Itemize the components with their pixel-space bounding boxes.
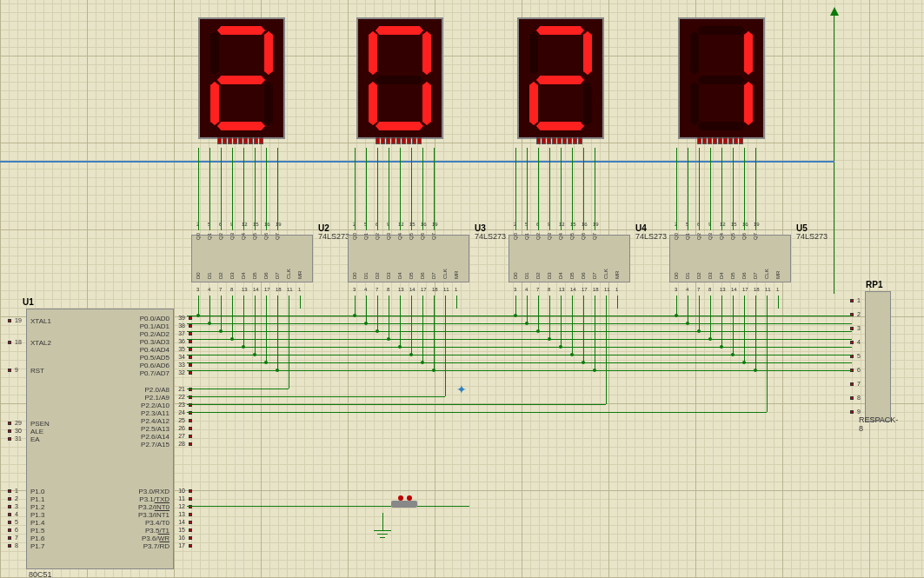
wire-clk bbox=[187, 404, 606, 405]
push-button[interactable] bbox=[391, 501, 417, 511]
junction-dot bbox=[264, 361, 268, 364]
pin-terminal bbox=[8, 521, 11, 524]
latch-pin-label: Q5 bbox=[409, 233, 414, 240]
latch-pin-num: 15 bbox=[253, 222, 259, 227]
latch-pin-num: 1 bbox=[615, 287, 618, 292]
mcu-pin-label: P0.0/AD0 bbox=[140, 315, 170, 322]
respack-rp1[interactable]: RP1 RESPACK-8 123456789 bbox=[865, 291, 891, 422]
pin-terminal bbox=[8, 536, 11, 540]
latch-pin-label: Q3 bbox=[547, 233, 552, 240]
pin-terminal bbox=[189, 528, 192, 532]
wire-q-to-seg bbox=[676, 148, 677, 230]
wire-q-to-seg bbox=[561, 148, 562, 230]
latch-pin-label: D1 bbox=[207, 272, 212, 279]
latch-pin-num: 14 bbox=[253, 287, 259, 292]
latch-pin-label: D2 bbox=[218, 272, 223, 279]
wire-q-to-seg bbox=[710, 148, 711, 230]
latch-pin-num: 11 bbox=[443, 287, 449, 292]
mcu-pin-label: P2.7/A15 bbox=[141, 441, 170, 448]
pin-terminal bbox=[189, 316, 192, 320]
latch-pin-label: D3 bbox=[229, 272, 235, 279]
mcu-pin-num: 37 bbox=[178, 330, 185, 336]
wire-d-drop bbox=[422, 296, 423, 362]
mcu-pin-num: 24 bbox=[178, 409, 185, 415]
pin-terminal bbox=[850, 341, 854, 344]
latch-pin-label: Q1 bbox=[363, 233, 369, 240]
mcu-pin-label: P3.3/INT1 bbox=[138, 511, 170, 519]
wire-q-to-seg bbox=[744, 148, 745, 230]
latch-pin-label: MR bbox=[297, 271, 302, 279]
latch-pin-label: CLK bbox=[764, 269, 769, 279]
mcu-pin-num: 6 bbox=[15, 527, 18, 533]
latch-pin-label: Q5 bbox=[569, 233, 575, 240]
junction-dot bbox=[376, 329, 379, 333]
junction-dot bbox=[548, 337, 551, 341]
latch-pin-label: Q2 bbox=[218, 233, 223, 240]
junction-dot bbox=[230, 337, 234, 341]
latch-pin-label: D2 bbox=[696, 272, 701, 279]
latch-pin-label: Q3 bbox=[708, 233, 713, 240]
pin-terminal bbox=[189, 435, 192, 438]
latch-pin-num: 19 bbox=[432, 222, 438, 227]
wire-data-bus bbox=[187, 347, 852, 348]
pin-terminal bbox=[189, 442, 192, 446]
latch-pin-label: Q4 bbox=[241, 233, 246, 240]
wire-data-bus bbox=[187, 370, 852, 371]
pin-terminal bbox=[8, 505, 11, 508]
mcu-pin-num: 25 bbox=[178, 417, 185, 423]
pin-terminal bbox=[8, 528, 11, 532]
mcu-pin-num: 17 bbox=[178, 542, 185, 548]
mcu-pin-num: 28 bbox=[178, 441, 185, 447]
wire-d-drop bbox=[198, 296, 199, 316]
wire-d-drop bbox=[277, 296, 278, 370]
wire-d-drop bbox=[549, 296, 550, 339]
latch-pin-label: D0 bbox=[513, 272, 518, 279]
junction-dot bbox=[593, 369, 596, 372]
mcu-pin-num: 22 bbox=[178, 394, 185, 400]
mcu-pin-num: 12 bbox=[178, 503, 185, 509]
wire-clk-up bbox=[445, 296, 446, 396]
mcu-80c51[interactable]: U1 80C51 19XTAL118XTAL29RST29PSEN30ALE31… bbox=[26, 309, 174, 569]
latch-pin-label: Q6 bbox=[420, 233, 425, 240]
wire-d-drop bbox=[266, 296, 267, 362]
respack-pin-num: 9 bbox=[857, 409, 861, 415]
latch-pin-num: 17 bbox=[582, 287, 588, 292]
latch-pin-label: Q0 bbox=[513, 233, 518, 240]
mcu-pin-label: P1.2 bbox=[30, 503, 44, 511]
latch-pin-label: D6 bbox=[263, 272, 269, 279]
wire-q-to-seg bbox=[221, 148, 222, 230]
latch-pin-label: D3 bbox=[708, 272, 713, 279]
wire-q-to-seg bbox=[721, 148, 722, 230]
latch-pin-label: Q4 bbox=[719, 233, 724, 240]
mcu-pin-num: 2 bbox=[15, 495, 18, 502]
wire-clk bbox=[187, 412, 767, 413]
mcu-pin-label: P1.5 bbox=[30, 527, 44, 535]
latch-pin-label: D5 bbox=[569, 272, 575, 279]
latch-pin-num: 11 bbox=[604, 287, 610, 292]
mcu-pin-label: P1.3 bbox=[30, 511, 44, 519]
mcu-pin-label: P3.6/WR bbox=[142, 535, 170, 542]
mcu-pin-label: PSEN bbox=[30, 420, 50, 428]
pin-terminal bbox=[189, 419, 192, 422]
wire-d-drop bbox=[411, 296, 412, 355]
wire-q-to-seg bbox=[755, 148, 756, 230]
mcu-pin-label: P1.6 bbox=[30, 535, 44, 542]
wire-q-to-seg bbox=[515, 148, 516, 230]
wire-q-to-seg bbox=[266, 148, 267, 230]
wire-btn2 bbox=[417, 506, 469, 507]
latch-pin-label: D6 bbox=[420, 272, 425, 279]
respack-pin-num: 8 bbox=[857, 395, 861, 401]
latch-pin-num: 19 bbox=[754, 222, 760, 227]
mcu-pin-label: P2.3/A11 bbox=[141, 409, 170, 417]
mcu-pin-label: P0.5/AD5 bbox=[140, 354, 170, 362]
mcu-pin-num: 23 bbox=[178, 402, 185, 408]
latch-pin-label: D0 bbox=[196, 272, 201, 279]
pin-terminal bbox=[189, 544, 192, 548]
respack-pin-num: 4 bbox=[857, 339, 861, 345]
wire-d-drop bbox=[255, 296, 256, 355]
pin-terminal bbox=[189, 332, 192, 336]
pin-terminal bbox=[189, 348, 192, 351]
latch-pin-label: MR bbox=[454, 271, 459, 279]
latch-pin-label: D0 bbox=[674, 272, 679, 279]
wire-d-drop bbox=[744, 296, 745, 362]
